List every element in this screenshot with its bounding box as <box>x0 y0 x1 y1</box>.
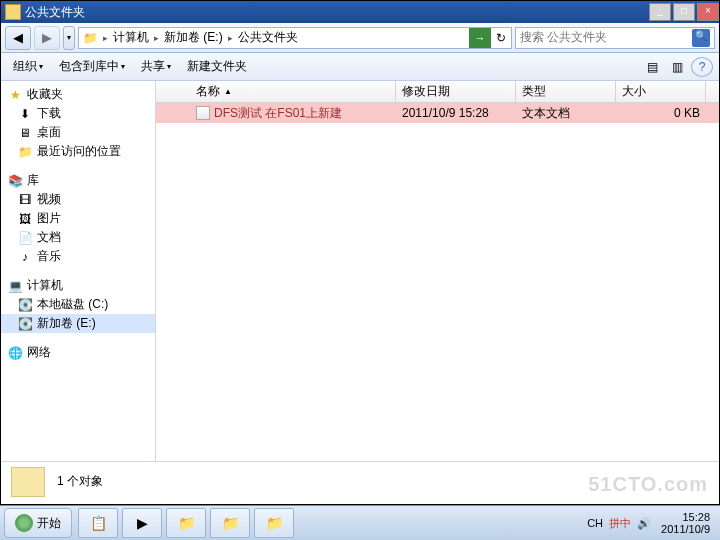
desktop-icon: 🖥 <box>17 126 33 140</box>
drive-icon: 💽 <box>17 317 33 331</box>
include-menu[interactable]: 包含到库中▾ <box>53 56 131 77</box>
taskbar-app[interactable]: 📁 <box>210 508 250 538</box>
nav-bar: ◀ ▶ ▾ 📁 ▸ 计算机 ▸ 新加卷 (E:) ▸ 公共文件夹 → ↻ 搜索 … <box>1 23 719 53</box>
document-icon: 📄 <box>17 231 33 245</box>
tree-item-music[interactable]: ♪音乐 <box>1 247 155 266</box>
back-button[interactable]: ◀ <box>5 26 31 50</box>
clock[interactable]: 15:28 2011/10/9 <box>657 511 714 535</box>
chevron-icon: ▸ <box>226 33 235 43</box>
file-name-cell: DFS测试 在FS01上新建 <box>156 105 396 122</box>
folder-icon <box>5 4 21 20</box>
textfile-icon <box>196 106 210 120</box>
tree-computer[interactable]: 💻计算机 <box>1 276 155 295</box>
taskbar: 开始 📋 ▶ 📁 📁 📁 CH 拼中 🔊 15:28 2011/10/9 <box>0 505 720 540</box>
ime-indicator[interactable]: 拼中 <box>609 516 631 531</box>
file-row[interactable]: DFS测试 在FS01上新建 2011/10/9 15:28 文本文档 0 KB <box>156 103 719 123</box>
search-placeholder: 搜索 公共文件夹 <box>520 29 607 46</box>
folder-icon <box>11 467 45 497</box>
new-folder-button[interactable]: 新建文件夹 <box>181 56 253 77</box>
picture-icon: 🖼 <box>17 212 33 226</box>
tree-item-drive-c[interactable]: 💽本地磁盘 (C:) <box>1 295 155 314</box>
col-type[interactable]: 类型 <box>516 81 616 102</box>
col-date[interactable]: 修改日期 <box>396 81 516 102</box>
col-size[interactable]: 大小 <box>616 81 706 102</box>
col-name[interactable]: 名称 ▲ <box>156 81 396 102</box>
explorer-body: ★收藏夹 ⬇下载 🖥桌面 📁最近访问的位置 📚库 🎞视频 🖼图片 📄文档 ♪音乐… <box>1 81 719 461</box>
computer-icon: 💻 <box>7 279 23 293</box>
star-icon: ★ <box>7 88 23 102</box>
tree-item-recent[interactable]: 📁最近访问的位置 <box>1 142 155 161</box>
minimize-button[interactable]: _ <box>649 3 671 21</box>
system-tray[interactable]: CH 拼中 🔊 15:28 2011/10/9 <box>581 511 720 535</box>
drive-icon: 💽 <box>17 298 33 312</box>
video-icon: 🎞 <box>17 193 33 207</box>
file-date-cell: 2011/10/9 15:28 <box>396 106 516 120</box>
maximize-button[interactable]: □ <box>673 3 695 21</box>
search-icon[interactable] <box>692 29 710 47</box>
tree-favorites[interactable]: ★收藏夹 <box>1 85 155 104</box>
explorer-window: 公共文件夹 _ □ × ◀ ▶ ▾ 📁 ▸ 计算机 ▸ 新加卷 (E:) ▸ 公… <box>0 0 720 505</box>
breadcrumb-seg[interactable]: 计算机 <box>110 29 152 46</box>
toolbar: 组织▾ 包含到库中▾ 共享▾ 新建文件夹 ▤ ▥ ? <box>1 53 719 81</box>
address-bar[interactable]: 📁 ▸ 计算机 ▸ 新加卷 (E:) ▸ 公共文件夹 → ↻ <box>78 27 512 49</box>
preview-button[interactable]: ▥ <box>666 57 688 77</box>
lang-indicator[interactable]: CH <box>587 517 603 529</box>
window-title: 公共文件夹 <box>25 4 647 21</box>
tree-item-drive-e[interactable]: 💽新加卷 (E:) <box>1 314 155 333</box>
download-icon: ⬇ <box>17 107 33 121</box>
share-menu[interactable]: 共享▾ <box>135 56 177 77</box>
titlebar[interactable]: 公共文件夹 _ □ × <box>1 1 719 23</box>
file-size-cell: 0 KB <box>616 106 706 120</box>
taskbar-app[interactable]: 📋 <box>78 508 118 538</box>
forward-button[interactable]: ▶ <box>34 26 60 50</box>
tree-item-documents[interactable]: 📄文档 <box>1 228 155 247</box>
clock-date: 2011/10/9 <box>661 523 710 535</box>
status-bar: 1 个对象 <box>1 461 719 501</box>
organize-menu[interactable]: 组织▾ <box>7 56 49 77</box>
network-icon: 🌐 <box>7 346 23 360</box>
window-controls: _ □ × <box>647 3 719 21</box>
clock-time: 15:28 <box>661 511 710 523</box>
tray-icon[interactable]: 🔊 <box>637 517 651 530</box>
column-headers: 名称 ▲ 修改日期 类型 大小 <box>156 81 719 103</box>
folder-icon: 📁 <box>17 145 33 159</box>
library-icon: 📚 <box>7 174 23 188</box>
sort-icon: ▲ <box>224 87 232 96</box>
tree-libraries[interactable]: 📚库 <box>1 171 155 190</box>
nav-tree[interactable]: ★收藏夹 ⬇下载 🖥桌面 📁最近访问的位置 📚库 🎞视频 🖼图片 📄文档 ♪音乐… <box>1 81 156 461</box>
start-button[interactable]: 开始 <box>4 508 72 538</box>
go-button[interactable]: → <box>469 28 491 48</box>
search-box[interactable]: 搜索 公共文件夹 <box>515 27 715 49</box>
file-list: 名称 ▲ 修改日期 类型 大小 DFS测试 在FS01上新建 2011/10/9… <box>156 81 719 461</box>
taskbar-app[interactable]: 📁 <box>166 508 206 538</box>
tree-item-downloads[interactable]: ⬇下载 <box>1 104 155 123</box>
file-type-cell: 文本文档 <box>516 105 616 122</box>
chevron-icon: ▸ <box>152 33 161 43</box>
view-button[interactable]: ▤ <box>641 57 663 77</box>
tree-network[interactable]: 🌐网络 <box>1 343 155 362</box>
breadcrumb-seg[interactable]: 新加卷 (E:) <box>161 29 226 46</box>
taskbar-app[interactable]: ▶ <box>122 508 162 538</box>
start-orb-icon <box>15 514 33 532</box>
tree-item-pictures[interactable]: 🖼图片 <box>1 209 155 228</box>
history-dropdown[interactable]: ▾ <box>63 26 75 50</box>
breadcrumb-seg[interactable]: 公共文件夹 <box>235 29 301 46</box>
status-count: 1 个对象 <box>57 473 103 490</box>
folder-icon: 📁 <box>82 31 98 45</box>
file-rows[interactable]: DFS测试 在FS01上新建 2011/10/9 15:28 文本文档 0 KB <box>156 103 719 461</box>
refresh-button[interactable]: ↻ <box>491 31 511 45</box>
tree-item-videos[interactable]: 🎞视频 <box>1 190 155 209</box>
music-icon: ♪ <box>17 250 33 264</box>
help-button[interactable]: ? <box>691 57 713 77</box>
tree-item-desktop[interactable]: 🖥桌面 <box>1 123 155 142</box>
chevron-icon: ▸ <box>101 33 110 43</box>
taskbar-app[interactable]: 📁 <box>254 508 294 538</box>
close-button[interactable]: × <box>697 3 719 21</box>
